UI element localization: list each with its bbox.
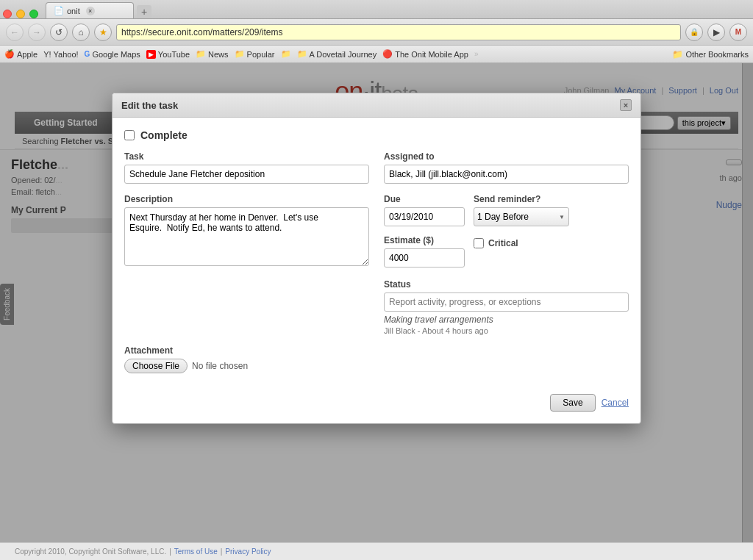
- description-textarea[interactable]: Next Thursday at her home in Denver. Let…: [124, 207, 369, 266]
- back-btn[interactable]: ←: [6, 24, 24, 41]
- due-input[interactable]: [384, 207, 465, 226]
- youtube-icon: ▶: [146, 50, 156, 59]
- youtube-label: YouTube: [158, 50, 190, 59]
- task-input[interactable]: [124, 165, 369, 184]
- estimate-group: Estimate ($): [384, 235, 465, 268]
- right-col: Due Send reminder? 1 Day Before: [384, 194, 629, 335]
- new-tab-btn[interactable]: +: [137, 5, 151, 18]
- choose-file-btn[interactable]: Choose File: [124, 359, 188, 373]
- task-label: Task: [124, 151, 369, 162]
- attachment-row: Choose File No file chosen: [124, 359, 629, 373]
- assigned-col: Assigned to: [384, 151, 629, 184]
- yahoo-icon: Y!: [43, 50, 51, 59]
- bookmark-onit-mobile[interactable]: 🔴 The Onit Mobile App: [382, 49, 468, 59]
- status-label: Status: [384, 279, 629, 290]
- right-fields: Due Send reminder? 1 Day Before: [384, 194, 629, 335]
- reminder-select[interactable]: 1 Day Before 2 Days Before 1 Week Before…: [474, 207, 569, 226]
- tab-close-btn[interactable]: ×: [86, 7, 95, 15]
- minimize-window-btn[interactable]: [16, 10, 25, 18]
- tab-title: onit: [67, 7, 80, 15]
- complete-row: Complete: [124, 129, 629, 141]
- bookmarks-bar: 🍎 Apple Y! Yahoo! G Google Maps ▶ YouTub…: [0, 46, 753, 63]
- news-folder-icon: 📁: [196, 49, 206, 59]
- reminder-select-wrapper: 1 Day Before 2 Days Before 1 Week Before…: [474, 207, 569, 226]
- terms-of-use-link[interactable]: Terms of Use: [174, 548, 218, 556]
- maximize-window-btn[interactable]: [29, 10, 38, 18]
- address-text: https://secure.onit.com/matters/209/item…: [121, 27, 282, 37]
- tab-icon: 📄: [54, 6, 64, 15]
- desc-col: Description Next Thursday at her home in…: [124, 194, 369, 335]
- modal-header: Edit the task ×: [113, 93, 640, 118]
- plain1-folder-icon: 📁: [281, 49, 291, 59]
- bookmark-apple[interactable]: 🍎 Apple: [4, 49, 38, 59]
- bookmarks-separator: »: [474, 50, 479, 58]
- due-group: Due: [384, 194, 465, 226]
- onit-mobile-icon: 🔴: [382, 49, 393, 59]
- critical-row: Critical: [474, 238, 518, 248]
- bookmark-dovetail[interactable]: 📁 A Dovetail Journey: [297, 49, 377, 59]
- bookmark-googlemaps[interactable]: G Google Maps: [85, 50, 140, 59]
- edit-task-modal: Edit the task × Complete: [112, 93, 641, 424]
- stream-btn[interactable]: ▶: [707, 24, 725, 41]
- estimate-input[interactable]: [384, 248, 465, 268]
- assigned-input[interactable]: [384, 165, 629, 184]
- popular-folder-icon: 📁: [235, 49, 245, 59]
- task-col: Task: [124, 151, 369, 184]
- home-btn[interactable]: ⌂: [72, 24, 90, 41]
- status-note: Making travel arrangements: [384, 315, 629, 325]
- browser-toolbar: ← → ↺ ⌂ ★ https://secure.onit.com/matter…: [0, 19, 753, 46]
- critical-group: Critical: [474, 235, 518, 248]
- bookmark-plain1[interactable]: 📁: [281, 49, 291, 59]
- critical-checkbox[interactable]: [474, 238, 484, 248]
- forward-btn[interactable]: →: [28, 24, 46, 41]
- website-background: Feedback on·itbeta John Gilman My Accoun…: [0, 63, 753, 542]
- ssl-icon: 🔒: [685, 24, 703, 41]
- modal-close-btn[interactable]: ×: [620, 99, 632, 111]
- cancel-button[interactable]: Cancel: [602, 394, 629, 412]
- apple-icon: 🍎: [4, 49, 15, 59]
- footer-sep2: |: [221, 548, 223, 556]
- bookmark-youtube[interactable]: ▶ YouTube: [146, 50, 190, 59]
- due-reminder-row: Due Send reminder? 1 Day Before: [384, 194, 629, 226]
- status-input[interactable]: [384, 292, 629, 312]
- modal-title: Edit the task: [121, 100, 178, 111]
- address-bar[interactable]: https://secure.onit.com/matters/209/item…: [116, 24, 681, 40]
- due-label: Due: [384, 194, 465, 204]
- googlemaps-icon: G: [85, 50, 90, 58]
- send-reminder-label: Send reminder?: [474, 194, 569, 204]
- other-bookmarks-btn[interactable]: 📁 Other Bookmarks: [672, 49, 749, 60]
- desc-right-row: Description Next Thursday at her home in…: [124, 194, 629, 335]
- save-button[interactable]: Save: [550, 394, 595, 412]
- dovetail-folder-icon: 📁: [297, 49, 307, 59]
- news-label: News: [208, 50, 229, 59]
- other-bookmarks-label: Other Bookmarks: [685, 50, 749, 59]
- task-assigned-row: Task Assigned to: [124, 151, 629, 184]
- reload-btn[interactable]: ↺: [50, 24, 68, 41]
- no-file-text: No file chosen: [192, 361, 248, 371]
- gmail-icon[interactable]: M: [729, 24, 747, 41]
- footer-sep1: |: [169, 548, 171, 556]
- modal-body: Complete Task Assigned to: [113, 118, 640, 385]
- browser-tab[interactable]: 📄 onit ×: [46, 2, 134, 18]
- footer-copyright: Copyright 2010, Copyright Onit Software,…: [15, 548, 166, 556]
- tab-bar: 📄 onit × +: [0, 0, 753, 19]
- estimate-critical-row: Estimate ($) Critical: [384, 235, 629, 268]
- complete-checkbox[interactable]: [124, 130, 135, 140]
- modal-footer: Save Cancel: [113, 385, 640, 423]
- desc-label: Description: [124, 194, 369, 204]
- attachment-label: Attachment: [124, 345, 629, 356]
- bookmark-yahoo[interactable]: Y! Yahoo!: [43, 50, 78, 59]
- bookmark-popular[interactable]: 📁 Popular: [235, 49, 275, 59]
- other-bookmarks-folder-icon: 📁: [672, 49, 683, 60]
- status-area: Status Making travel arrangements Jill B…: [384, 279, 629, 335]
- star-btn[interactable]: ★: [94, 24, 112, 41]
- critical-label: Critical: [488, 238, 518, 248]
- estimate-label: Estimate ($): [384, 235, 465, 245]
- attachment-section: Attachment Choose File No file chosen: [124, 345, 629, 373]
- bookmark-news[interactable]: 📁 News: [196, 49, 229, 59]
- browser-frame: 📄 onit × + ← → ↺ ⌂ ★ https://secure.onit…: [0, 0, 753, 560]
- status-author: Jill Black - About 4 hours ago: [384, 326, 629, 335]
- privacy-policy-link[interactable]: Privacy Policy: [225, 548, 271, 556]
- close-window-btn[interactable]: [3, 10, 12, 18]
- assigned-label: Assigned to: [384, 151, 629, 162]
